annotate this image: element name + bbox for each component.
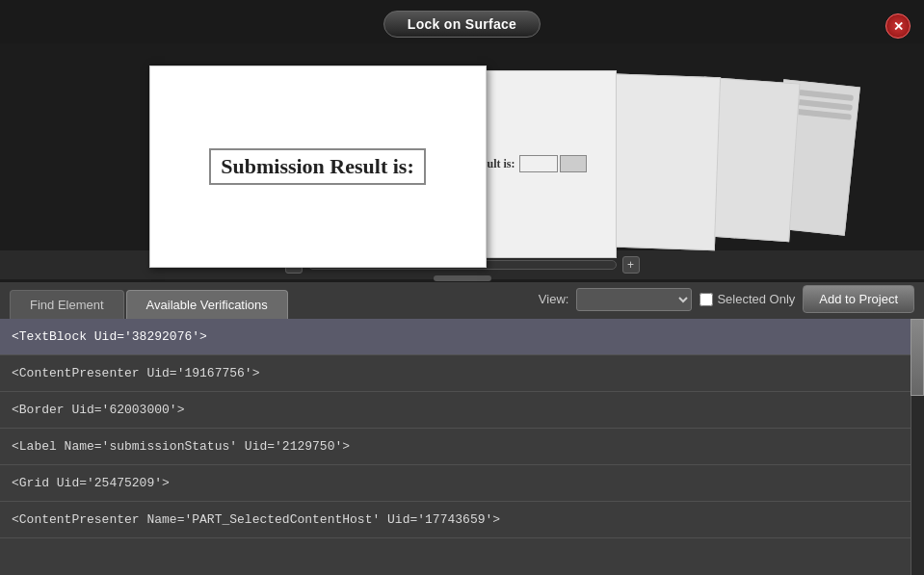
list-item-text: <Label Name='submissionStatus' Uid='2129… (12, 439, 912, 454)
page-main: Submission Result is: (149, 65, 487, 268)
list-item-text: <ContentPresenter Uid='19167756'> (12, 366, 912, 380)
window-title: Lock on Surface (383, 11, 541, 38)
list-item-text: <Border Uid='62003000'> (12, 403, 912, 417)
tabs-area: Find Element Available Verifications Vie… (0, 282, 924, 319)
list-item-text: <Grid Uid='25475209'> (12, 476, 912, 490)
pages-container: esult is: Submission Result is: (149, 65, 776, 268)
list-area: <TextBlock Uid='38292076'><ContentPresen… (0, 319, 924, 575)
list-container: <TextBlock Uid='38292076'><ContentPresen… (0, 319, 924, 538)
page2-btn-mock (560, 155, 587, 172)
submission-text: Submission Result is: (209, 148, 426, 185)
list-item[interactable]: <TextBlock Uid='38292076'> (0, 319, 924, 355)
tab-available-verifications[interactable]: Available Verifications (126, 290, 288, 319)
page2-input-mock (519, 155, 558, 172)
view-label: View: (539, 292, 569, 306)
selected-only-label[interactable]: Selected Only (700, 292, 795, 306)
page2-content: esult is: (478, 155, 587, 172)
list-item[interactable]: <Label Name='submissionStatus' Uid='2129… (0, 429, 924, 465)
title-bar: Lock on Surface ✕ (0, 0, 924, 48)
list-item-text: <ContentPresenter Name='PART_SelectedCon… (12, 512, 912, 527)
list-item[interactable]: <ContentPresenter Name='PART_SelectedCon… (0, 502, 924, 538)
tab-find-element[interactable]: Find Element (10, 290, 124, 319)
grip-bar (434, 275, 491, 281)
view-select[interactable] (576, 288, 692, 311)
selected-only-checkbox[interactable] (700, 293, 713, 306)
scrollbar-thumb[interactable] (911, 319, 924, 396)
list-item[interactable]: <Border Uid='62003000'> (0, 392, 924, 429)
add-to-project-button[interactable]: Add to Project (803, 285, 914, 313)
scroll-plus-button[interactable]: + (622, 256, 640, 274)
tab-controls: View: Selected Only Add to Project (539, 285, 914, 319)
list-item[interactable]: <Grid Uid='25475209'> (0, 465, 924, 502)
list-item[interactable]: <ContentPresenter Uid='19167756'> (0, 355, 924, 392)
close-button[interactable]: ✕ (885, 13, 911, 39)
scrollbar-track[interactable] (911, 319, 924, 575)
list-item-text: <TextBlock Uid='38292076'> (12, 329, 912, 344)
